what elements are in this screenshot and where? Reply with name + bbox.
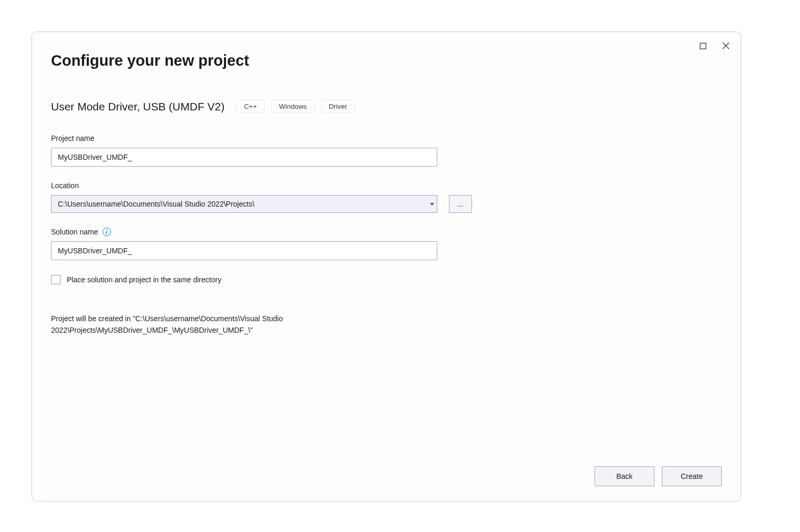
tag-cpp: C++: [236, 100, 265, 113]
same-directory-row: Place solution and project in the same d…: [51, 275, 722, 284]
solution-name-field-group: Solution name i: [51, 228, 722, 260]
location-value: C:\Users\username\Documents\Visual Studi…: [52, 200, 427, 208]
page-title: Configure your new project: [51, 52, 722, 69]
footer-buttons: Back Create: [594, 466, 722, 486]
template-tags: C++ Windows Driver: [236, 100, 355, 113]
project-name-input[interactable]: [51, 148, 437, 167]
path-preview-text: Project will be created in "C:\Users\use…: [51, 313, 419, 336]
browse-location-button[interactable]: ...: [449, 195, 472, 213]
tag-driver: Driver: [321, 100, 355, 113]
maximize-button[interactable]: [699, 42, 707, 50]
solution-name-label-text: Solution name: [51, 228, 98, 236]
solution-name-input[interactable]: [51, 241, 437, 260]
back-button[interactable]: Back: [594, 466, 654, 486]
close-button[interactable]: [722, 42, 730, 50]
template-header: User Mode Driver, USB (UMDF V2) C++ Wind…: [51, 100, 722, 113]
svg-rect-0: [700, 43, 706, 49]
svg-marker-3: [430, 203, 434, 206]
same-directory-label: Place solution and project in the same d…: [67, 275, 221, 284]
window-controls: [699, 42, 730, 50]
project-name-field-group: Project name: [51, 134, 722, 167]
info-icon[interactable]: i: [102, 228, 111, 236]
configure-project-dialog: Configure your new project User Mode Dri…: [32, 32, 741, 502]
create-button[interactable]: Create: [662, 466, 722, 486]
location-field-group: Location C:\Users\username\Documents\Vis…: [51, 181, 722, 213]
project-name-label: Project name: [51, 134, 722, 142]
chevron-down-icon: [427, 196, 437, 212]
tag-windows: Windows: [271, 100, 315, 113]
template-name: User Mode Driver, USB (UMDF V2): [51, 100, 224, 113]
same-directory-checkbox[interactable]: [51, 275, 60, 284]
location-combobox[interactable]: C:\Users\username\Documents\Visual Studi…: [51, 195, 437, 213]
location-label: Location: [51, 181, 722, 190]
solution-name-label: Solution name i: [51, 228, 722, 236]
